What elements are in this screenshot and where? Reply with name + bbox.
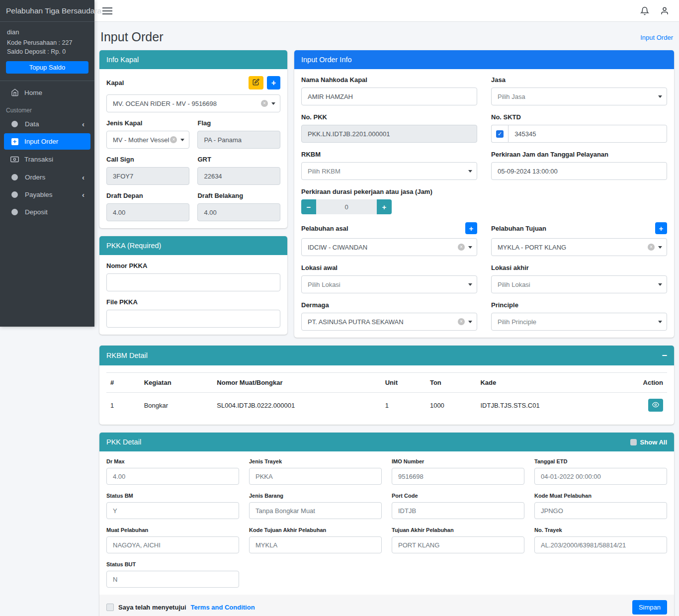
brand-title: Pelabuhan Tiga Bersaudara — [0, 0, 94, 22]
principle-label: Principle — [491, 301, 667, 309]
pelabuhan-asal-select[interactable]: IDCIW - CIWANDAN × — [301, 238, 477, 256]
view-row-button[interactable] — [648, 399, 663, 412]
plus-button[interactable]: + — [377, 199, 392, 214]
col-header: Action — [611, 373, 667, 393]
sidebar-item-data[interactable]: Data ‹ — [4, 116, 90, 132]
breadcrumb-link[interactable]: Input Order — [640, 34, 673, 41]
port-code-field[interactable] — [392, 502, 524, 519]
field-label: Port Code — [392, 493, 524, 499]
sidebar-item-deposit[interactable]: Deposit — [4, 204, 90, 220]
draft-depan-field — [106, 203, 189, 221]
lokasi-akhir-placeholder: Pilih Lokasi — [498, 281, 530, 288]
clear-icon[interactable]: × — [648, 244, 655, 251]
no-pkk-label: No. PKK — [301, 113, 477, 121]
notifications-bell-icon[interactable] — [640, 6, 649, 15]
status-bm-field[interactable] — [106, 502, 239, 519]
sidebar-item-transaksi[interactable]: Transaksi — [4, 151, 90, 168]
saldo-deposit: Saldo Deposit : Rp. 0 — [7, 47, 87, 56]
jasa-placeholder: Pilih Jasa — [498, 93, 525, 100]
status-but-field[interactable] — [106, 571, 239, 588]
nomor-pkka-field[interactable] — [106, 273, 280, 291]
durasi-stepper: − 0 + — [301, 199, 392, 214]
pkk-detail-footer: Saya telah menyetujui Terms and Conditio… — [99, 595, 674, 616]
jenis-trayek-field[interactable] — [249, 468, 382, 485]
sidebar-item-input-order[interactable]: + Input Order — [4, 133, 90, 150]
user-panel: dian Kode Perusahaan : 227 Saldo Deposit… — [0, 22, 94, 57]
chevron-down-icon — [468, 170, 472, 173]
muat-pelabuhan-field[interactable] — [106, 536, 239, 553]
edit-kapal-button[interactable] — [249, 76, 263, 89]
sidebar-item-label: Input Order — [24, 138, 58, 145]
jenis-kapal-select[interactable]: MV - Mother Vessel × — [106, 131, 189, 149]
sidebar-item-label: Home — [24, 89, 42, 96]
sidebar-item-label: Payables — [25, 191, 53, 198]
sidebar-item-label: Orders — [25, 174, 45, 181]
eye-icon — [652, 401, 659, 410]
show-all-checkbox[interactable] — [630, 439, 637, 445]
lokasi-awal-select[interactable]: Pilih Lokasi — [301, 275, 477, 293]
lokasi-akhir-select[interactable]: Pilih Lokasi — [491, 275, 667, 293]
add-pelabuhan-asal-button[interactable]: + — [465, 222, 477, 234]
jasa-select[interactable]: Pilih Jasa — [491, 88, 667, 105]
clear-icon[interactable]: × — [170, 136, 177, 143]
chevron-left-icon: ‹ — [82, 120, 85, 128]
tujuan-akhir-field[interactable] — [392, 536, 524, 553]
user-profile-icon[interactable] — [660, 6, 669, 15]
rkbm-select[interactable]: Pilih RKBM — [301, 162, 477, 180]
terms-checkbox[interactable] — [106, 604, 114, 611]
no-sktd-label: No. SKTD — [491, 113, 667, 121]
nahkoda-field[interactable] — [301, 88, 477, 105]
col-header: Kade — [476, 373, 611, 393]
durasi-value: 0 — [316, 199, 377, 214]
kode-tujuan-akhir-field[interactable] — [249, 536, 382, 553]
kode-muat-pelabuhan-field[interactable] — [534, 502, 667, 519]
pkk-detail-header: PKK Detail Show All — [99, 433, 674, 451]
dr-max-field[interactable] — [106, 468, 239, 485]
terms-and-condition-link[interactable]: Terms and Condition — [191, 604, 255, 611]
jam-tanggal-field[interactable] — [491, 162, 667, 180]
sidebar: Pelabuhan Tiga Bersaudara dian Kode Peru… — [0, 0, 94, 327]
collapse-minus-icon[interactable]: − — [662, 351, 667, 360]
plus-square-icon: + — [10, 138, 19, 145]
rkbm-label: RKBM — [301, 151, 477, 158]
draft-depan-label: Draft Depan — [106, 192, 189, 199]
no-sktd-field[interactable] — [508, 125, 667, 143]
add-pelabuhan-tujuan-button[interactable]: + — [655, 222, 667, 234]
menu-toggle-icon[interactable] — [102, 5, 112, 16]
nahkoda-label: Nama Nahkoda Kapal — [301, 76, 477, 84]
principle-select[interactable]: Pilih Principle — [491, 313, 667, 331]
dermaga-select[interactable]: PT. ASINUSA PUTRA SEKAWAN × — [301, 313, 477, 331]
lokasi-awal-placeholder: Pilih Lokasi — [308, 281, 340, 288]
col-header: Unit — [381, 373, 426, 393]
flag-field — [197, 131, 280, 149]
file-pkka-field[interactable] — [106, 310, 280, 328]
minus-button[interactable]: − — [301, 199, 316, 214]
add-kapal-button[interactable]: + — [267, 76, 280, 89]
tanggal-etd-field[interactable] — [534, 468, 667, 485]
pelabuhan-tujuan-select[interactable]: MYKLA - PORT KLANG × — [491, 238, 667, 256]
simpan-button[interactable]: Simpan — [632, 600, 667, 615]
topup-saldo-button[interactable]: Topup Saldo — [6, 61, 88, 74]
clear-icon[interactable]: × — [261, 100, 268, 107]
sktd-checkbox[interactable]: ✓ — [496, 130, 504, 138]
sktd-checkbox-wrap: ✓ — [491, 125, 508, 143]
kapal-label: Kapal — [106, 79, 124, 87]
company-code: Kode Perusahaan : 227 — [7, 38, 87, 47]
clear-icon[interactable]: × — [458, 318, 465, 325]
sidebar-item-home[interactable]: Home — [4, 84, 90, 101]
clear-icon[interactable]: × — [458, 244, 465, 251]
field-label: Tanggal ETD — [534, 458, 667, 464]
field-label: Tujuan Akhir Pelabuhan — [392, 527, 524, 533]
sidebar-item-payables[interactable]: Payables ‹ — [4, 186, 90, 203]
no-trayek-field[interactable] — [534, 536, 667, 553]
sidebar-item-orders[interactable]: Orders ‹ — [4, 169, 90, 185]
user-name: dian — [7, 28, 87, 37]
rkbm-detail-header: RKBM Detail − — [99, 346, 674, 365]
imo-number-field[interactable] — [392, 468, 524, 485]
jenis-kapal-label: Jenis Kapal — [106, 119, 189, 127]
kapal-select[interactable]: MV. OCEAN RIDER - MV - 9516698 × — [106, 94, 280, 112]
jenis-barang-field[interactable] — [249, 502, 382, 519]
field-label: Status BUT — [106, 561, 239, 567]
rkbm-table: # Kegiatan Nomor Muat/Bongkar Unit Ton K… — [106, 372, 667, 418]
rkbm-placeholder: Pilih RKBM — [308, 168, 340, 175]
